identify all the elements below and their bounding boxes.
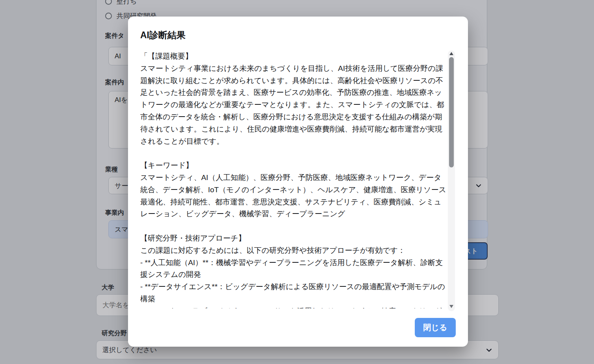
close-button[interactable]: 閉じる <box>415 318 456 337</box>
ai-diagnosis-modal: AI診断結果 「【課題概要】 スマートシティ事業における未来のまちづくりを目指し… <box>128 17 468 347</box>
scroll-down-icon[interactable] <box>449 305 453 308</box>
scroll-up-icon[interactable] <box>449 52 453 55</box>
diagnosis-result-text[interactable]: 「【課題概要】 スマートシティ事業における未来のまちづくりを目指し、AI技術を活… <box>140 50 448 308</box>
scrollbar-track[interactable] <box>448 50 455 311</box>
modal-title: AI診断結果 <box>140 29 186 41</box>
scrollbar-thumb[interactable] <box>449 57 454 167</box>
